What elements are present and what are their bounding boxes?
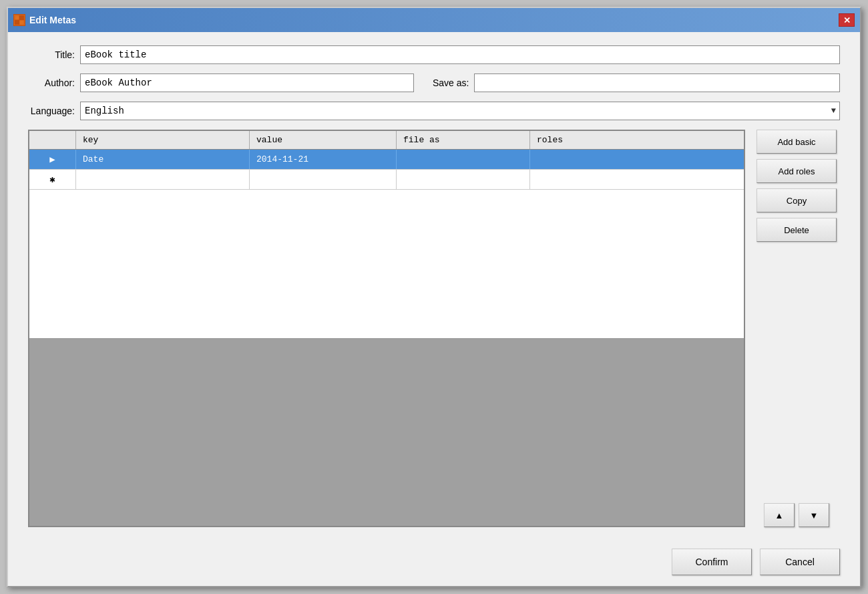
move-down-button[interactable]: ▼ [799,503,829,527]
move-buttons: ▲ ▼ [764,503,829,527]
language-row: Language: English French German Spanish … [28,102,840,120]
add-basic-button[interactable]: Add basic [756,130,837,154]
delete-button[interactable]: Delete [756,218,837,242]
cancel-button[interactable]: Cancel [760,549,840,575]
table-header: key value file as roles [29,131,744,150]
author-label: Author: [28,78,75,88]
author-row: Author: Save as: [28,73,840,92]
dialog-content: Title: Author: Save as: Language: Englis… [8,32,860,541]
table-row[interactable]: ✱ [29,170,744,190]
title-row: Title: [28,45,840,64]
title-input[interactable] [80,45,840,64]
edit-metas-dialog: Edit Metas ✕ Title: Author: Save as: Lan… [7,7,861,587]
language-select-wrapper: English French German Spanish Chinese ▼ [80,102,840,120]
new-row-roles[interactable] [530,170,664,189]
row-file-as[interactable] [397,150,530,169]
side-buttons: Add basic Add roles Copy Delete ▲ ▼ [753,130,840,527]
language-select[interactable]: English French German Spanish Chinese [80,102,840,120]
svg-rect-0 [15,15,19,20]
col-key: key [76,131,250,149]
row-roles[interactable] [530,150,664,169]
table-row[interactable]: ▶ Date 2014-11-21 [29,150,744,170]
row-value[interactable]: 2014-11-21 [250,150,397,169]
new-row-file-as[interactable] [397,170,530,189]
save-as-label: Save as: [433,78,469,88]
close-button[interactable]: ✕ [839,13,855,27]
copy-button[interactable]: Copy [756,188,837,212]
col-indicator [29,131,76,149]
svg-rect-1 [19,15,24,20]
metadata-table: key value file as roles ▶ Date 2014-11-2… [28,130,745,527]
title-bar: Edit Metas ✕ [8,8,860,32]
author-input[interactable] [80,73,414,92]
language-label: Language: [28,106,75,116]
col-roles: roles [530,131,664,149]
main-area: key value file as roles ▶ Date 2014-11-2… [28,130,840,527]
title-bar-left: Edit Metas [13,14,76,26]
new-row-value[interactable] [250,170,397,189]
move-up-button[interactable]: ▲ [764,503,795,527]
row-indicator: ▶ [29,150,76,169]
title-label: Title: [28,49,75,60]
new-row-key[interactable] [76,170,250,189]
svg-rect-2 [15,20,19,25]
bottom-bar: Confirm Cancel [8,541,860,586]
dialog-title: Edit Metas [29,15,76,25]
table-body: ▶ Date 2014-11-21 ✱ [29,150,744,338]
add-roles-button[interactable]: Add roles [756,159,837,183]
col-value: value [250,131,397,149]
col-file-as: file as [397,131,530,149]
row-key[interactable]: Date [76,150,250,169]
new-row-indicator: ✱ [29,170,76,189]
save-as-input[interactable] [474,73,840,92]
dialog-icon [13,14,25,26]
svg-rect-3 [19,20,24,25]
confirm-button[interactable]: Confirm [672,549,752,575]
table-empty-area [29,338,744,527]
